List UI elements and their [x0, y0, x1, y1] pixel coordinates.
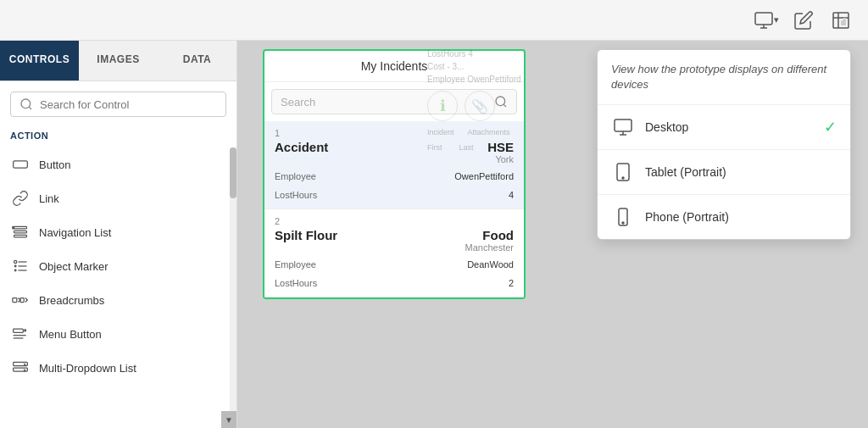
menubutton-icon	[10, 324, 31, 344]
phone-icon	[611, 205, 635, 229]
card-row-1-employee-label: Employee	[275, 171, 316, 181]
svg-rect-16	[13, 298, 17, 303]
control-label-link: Link	[39, 192, 59, 205]
monitor-icon[interactable]: ▾	[753, 7, 780, 34]
device-option-desktop[interactable]: Desktop ✓	[598, 105, 850, 150]
main-layout: CONTROLS IMAGES DATA ACTION Button	[0, 41, 868, 428]
svg-point-28	[622, 222, 624, 224]
tab-data[interactable]: DATA	[158, 41, 236, 81]
card-row-2-losthours-value: 2	[509, 278, 514, 288]
tab-images[interactable]: IMAGES	[79, 41, 158, 81]
control-label-multidropdown: Multi-Dropdown List	[39, 362, 136, 375]
edit-icon[interactable]	[790, 7, 817, 34]
device-label-desktop: Desktop	[645, 120, 814, 134]
device-dropdown-header: View how the prototype displays on diffe…	[598, 50, 850, 105]
control-label-navlist: Navigation List	[39, 226, 111, 239]
svg-point-4	[21, 99, 31, 108]
card-row-2-employee-value: DeanWood	[467, 259, 514, 270]
card-row-2-num: 2	[275, 216, 514, 226]
svg-rect-24	[615, 120, 632, 131]
desktop-icon	[611, 115, 635, 139]
control-item-menubutton[interactable]: Menu Button	[0, 317, 236, 351]
card-row-1-name: Accident	[275, 140, 328, 154]
card-row-2[interactable]: 2 Spilt Flour Food Manchester Employee D…	[264, 209, 524, 297]
controls-list: Button Link	[0, 147, 236, 428]
multidropdown-icon	[10, 358, 31, 378]
chart-icon[interactable]	[827, 7, 854, 34]
svg-rect-2	[841, 20, 843, 25]
device-label-tablet: Tablet (Portrait)	[645, 165, 837, 179]
svg-rect-7	[14, 231, 27, 233]
card-row-2-tag: Food	[465, 228, 514, 242]
svg-rect-8	[14, 235, 27, 237]
tabs: CONTROLS IMAGES DATA	[0, 41, 236, 81]
svg-point-26	[622, 177, 624, 179]
scrollbar-thumb[interactable]	[230, 147, 236, 198]
control-item-button[interactable]: Button	[0, 147, 236, 181]
objmarker-icon	[10, 256, 31, 276]
left-panel: CONTROLS IMAGES DATA ACTION Button	[0, 41, 237, 428]
control-item-multidropdown[interactable]: Multi-Dropdown List	[0, 351, 236, 385]
control-label-breadcrumbs: Breadcrumbs	[39, 294, 104, 307]
svg-rect-5	[14, 161, 28, 168]
tab-controls[interactable]: CONTROLS	[0, 41, 79, 81]
scroll-down-arrow[interactable]: ▼	[221, 411, 236, 428]
svg-rect-6	[14, 226, 27, 229]
svg-rect-18	[14, 329, 24, 332]
control-label-menubutton: Menu Button	[39, 328, 102, 341]
control-item-breadcrumbs[interactable]: Breadcrumbs	[0, 283, 236, 317]
desktop-check: ✓	[824, 118, 837, 136]
svg-point-12	[14, 270, 16, 271]
search-icon	[19, 97, 33, 111]
svg-rect-17	[20, 298, 24, 303]
breadcrumbs-icon	[10, 290, 31, 310]
section-label: ACTION	[0, 127, 236, 147]
control-item-navlist[interactable]: Navigation List	[0, 215, 236, 249]
toolbar: ▾	[0, 0, 868, 41]
card-row-2-sub: Manchester	[465, 242, 514, 253]
link-icon	[10, 188, 31, 208]
svg-rect-9	[13, 226, 14, 229]
card-row-2-losthours-label: LostHours	[275, 278, 317, 288]
card-row-2-employee-label: Employee	[275, 259, 316, 270]
card-row-1-sub: York	[487, 154, 514, 164]
card-row-1-employee-value: OwenPettiford	[454, 171, 514, 181]
card-row-1-losthours-value: 4	[509, 190, 514, 200]
tablet-icon	[611, 160, 635, 184]
device-option-tablet[interactable]: Tablet (Portrait)	[598, 150, 850, 195]
control-label-button: Button	[39, 158, 71, 171]
device-dropdown: View how the prototype displays on diffe…	[597, 49, 851, 240]
search-input[interactable]	[40, 98, 217, 111]
control-label-objmarker: Object Marker	[39, 260, 108, 273]
scrollbar-track	[230, 147, 236, 428]
control-item-link[interactable]: Link	[0, 181, 236, 215]
search-box[interactable]	[10, 92, 226, 117]
device-label-phone: Phone (Portrait)	[645, 210, 837, 224]
card-row-2-name: Spilt Flour	[275, 228, 337, 242]
navlist-icon	[10, 222, 31, 242]
control-item-objmarker[interactable]: Object Marker	[0, 249, 236, 283]
card-row-1-losthours-label: LostHours	[275, 190, 317, 200]
svg-rect-3	[843, 18, 846, 25]
svg-rect-0	[755, 13, 772, 25]
svg-point-10	[14, 260, 17, 263]
svg-point-11	[14, 265, 16, 267]
device-option-phone[interactable]: Phone (Portrait)	[598, 195, 850, 239]
canvas-area: My Incidents Search 1 Accident HSE York	[237, 41, 868, 428]
detail-bg: LostHours 4 Cost - 3... Employee OwenPet…	[427, 49, 597, 152]
button-icon	[10, 154, 31, 175]
